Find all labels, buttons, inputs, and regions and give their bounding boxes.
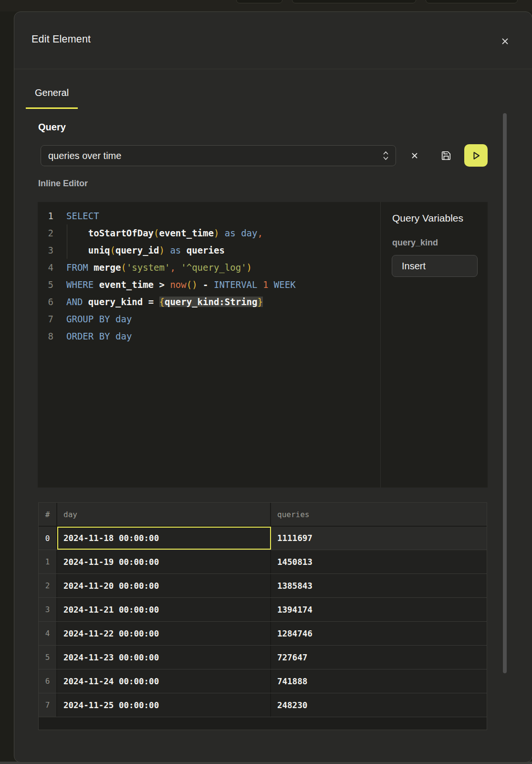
table-row-1: 12024-11-19 00:00:001450813: [39, 550, 487, 573]
day-cell[interactable]: 2024-11-19 00:00:00: [57, 550, 271, 573]
edit-element-modal: Edit Element General Query queries over …: [14, 11, 532, 763]
day-cell[interactable]: 2024-11-23 00:00:00: [57, 646, 271, 669]
results-table: # day queries 02024-11-18 00:00:00111169…: [38, 502, 487, 730]
modal-scrollbar-thumb[interactable]: [503, 113, 507, 673]
code-text: WHERE event_time > now() - INTERVAL 1 WE…: [66, 276, 296, 293]
code-line-3[interactable]: 3 uniq(query_id) as queries: [38, 242, 380, 259]
line-number: 1: [38, 207, 66, 224]
table-row-6: 62024-11-24 00:00:00741888: [39, 669, 487, 693]
row-index-cell[interactable]: 1: [39, 550, 57, 573]
line-number: 4: [38, 259, 66, 276]
code-text: uniq(query_id) as queries: [66, 242, 225, 259]
line-number: 5: [38, 276, 66, 293]
top-toolbar-button-3[interactable]: [426, 0, 518, 3]
modal-title: Edit Element: [31, 33, 91, 45]
row-index-cell[interactable]: 2: [39, 574, 57, 597]
play-icon: [470, 150, 482, 161]
insert-variable-button[interactable]: Insert: [392, 255, 478, 277]
day-cell[interactable]: 2024-11-21 00:00:00: [57, 598, 271, 621]
tab-general[interactable]: General: [26, 87, 78, 109]
inline-editor-container: 1SELECT2 toStartOfDay(event_time) as day…: [38, 202, 488, 488]
queries-cell[interactable]: 727647: [271, 646, 487, 669]
code-line-8[interactable]: 8ORDER BY day: [38, 328, 380, 345]
queries-cell[interactable]: 1385843: [271, 574, 487, 597]
queries-cell[interactable]: 741888: [271, 669, 487, 693]
query-select-value: queries over time: [48, 150, 382, 161]
save-floppy-icon: [441, 150, 451, 161]
tab-bar: General: [26, 87, 78, 109]
code-text: AND query_kind = {query_kind:String}: [66, 293, 263, 310]
query-variables-panel: Query Variables query_kind Insert: [380, 202, 488, 488]
sql-editor[interactable]: 1SELECT2 toStartOfDay(event_time) as day…: [38, 202, 380, 488]
query-section-heading: Query: [38, 122, 66, 133]
close-button[interactable]: [498, 34, 511, 48]
table-row-4: 42024-11-22 00:00:001284746: [39, 621, 487, 645]
code-text: SELECT: [66, 207, 99, 224]
row-index-cell[interactable]: 7: [39, 693, 57, 717]
query-variables-heading: Query Variables: [392, 212, 463, 224]
queries-cell[interactable]: 248230: [271, 693, 487, 717]
close-icon: [501, 38, 509, 45]
code-line-6[interactable]: 6AND query_kind = {query_kind:String}: [38, 293, 380, 310]
code-text: toStartOfDay(event_time) as day,: [66, 224, 263, 242]
column-header-index: #: [39, 503, 57, 526]
table-row-3: 32024-11-21 00:00:001394174: [39, 597, 487, 621]
table-row-2: 22024-11-20 00:00:001385843: [39, 573, 487, 597]
query-variable-name: query_kind: [392, 238, 438, 248]
code-text: ORDER BY day: [66, 328, 132, 345]
row-index-cell[interactable]: 0: [39, 527, 57, 550]
modal-header: Edit Element: [14, 12, 532, 69]
queries-cell[interactable]: 1284746: [271, 622, 487, 645]
column-header-queries[interactable]: queries: [271, 503, 487, 526]
row-index-cell[interactable]: 4: [39, 622, 57, 645]
table-row-5: 52024-11-23 00:00:00727647: [39, 645, 487, 669]
clear-query-button[interactable]: [407, 149, 422, 162]
run-query-button[interactable]: [464, 144, 488, 167]
page-top-bar: [0, 0, 532, 11]
code-text: GROUP BY day: [66, 310, 132, 328]
row-index-cell[interactable]: 5: [39, 646, 57, 669]
top-toolbar-button-1[interactable]: [236, 0, 282, 3]
indent-guide: [67, 224, 67, 259]
results-table-header: # day queries: [39, 503, 487, 526]
day-cell[interactable]: 2024-11-25 00:00:00: [57, 693, 271, 717]
code-line-7[interactable]: 7GROUP BY day: [38, 310, 380, 328]
code-text: FROM merge('system', '^query_log'): [66, 259, 252, 276]
table-row-7: 72024-11-25 00:00:00248230: [39, 693, 487, 717]
line-number: 8: [38, 328, 66, 345]
queries-cell[interactable]: 1450813: [271, 550, 487, 573]
queries-cell[interactable]: 1394174: [271, 598, 487, 621]
inline-editor-label: Inline Editor: [38, 179, 88, 189]
code-line-1[interactable]: 1SELECT: [38, 207, 380, 224]
code-line-4[interactable]: 4FROM merge('system', '^query_log'): [38, 259, 380, 276]
column-header-day[interactable]: day: [57, 503, 271, 526]
row-index-cell[interactable]: 3: [39, 598, 57, 621]
clear-x-icon: [411, 152, 418, 159]
day-cell[interactable]: 2024-11-24 00:00:00: [57, 669, 271, 693]
table-row-0: 02024-11-18 00:00:001111697: [39, 526, 487, 550]
line-number: 6: [38, 293, 66, 310]
query-select[interactable]: queries over time: [41, 145, 396, 166]
row-index-cell[interactable]: 6: [39, 669, 57, 693]
queries-cell[interactable]: 1111697: [271, 527, 487, 550]
top-toolbar-button-2[interactable]: [292, 0, 416, 3]
day-cell[interactable]: 2024-11-18 00:00:00: [57, 527, 271, 550]
save-query-button[interactable]: [439, 148, 453, 163]
code-line-5[interactable]: 5WHERE event_time > now() - INTERVAL 1 W…: [38, 276, 380, 293]
day-cell[interactable]: 2024-11-20 00:00:00: [57, 574, 271, 597]
line-number: 2: [38, 224, 66, 242]
line-number: 3: [38, 242, 66, 259]
line-number: 7: [38, 310, 66, 328]
unfold-chevrons-icon: [382, 150, 389, 161]
code-line-2[interactable]: 2 toStartOfDay(event_time) as day,: [38, 224, 380, 242]
day-cell[interactable]: 2024-11-22 00:00:00: [57, 622, 271, 645]
